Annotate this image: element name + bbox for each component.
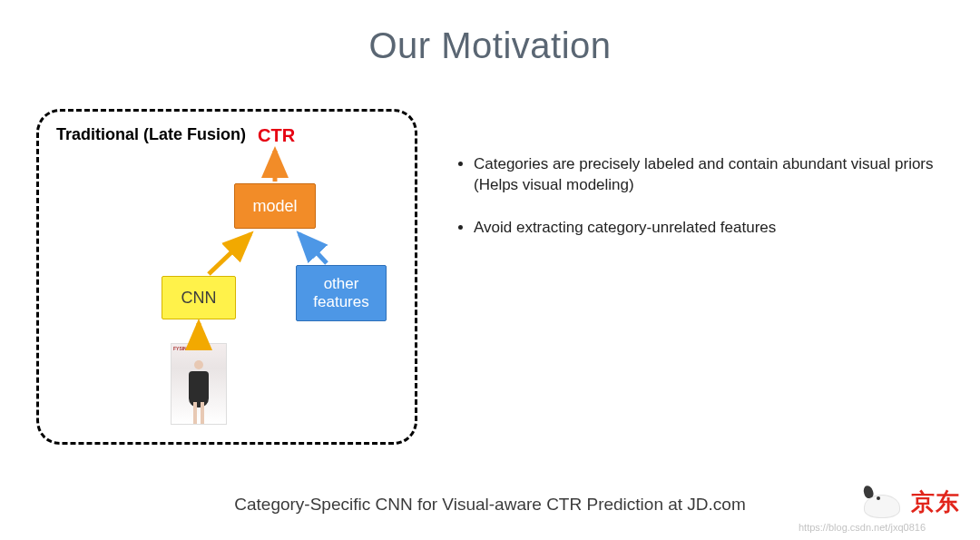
cnn-box-label: CNN [181, 289, 217, 308]
jd-logo-text: 京东 [911, 486, 960, 518]
watermark-text: https://blog.csdn.net/jxq0816 [799, 522, 926, 533]
bullet-list: Categories are precisely labeled and con… [454, 154, 944, 239]
diagram-box-label: Traditional (Late Fusion) [56, 125, 246, 144]
product-brand-label: FYSING [173, 346, 191, 351]
cnn-box: CNN [162, 276, 236, 319]
bullet-item: Categories are precisely labeled and con… [474, 154, 944, 196]
bullet-column: Categories are precisely labeled and con… [426, 100, 944, 467]
footer-caption: Category-Specific CNN for Visual-aware C… [0, 495, 980, 515]
product-image: FYSING [171, 343, 227, 425]
ctr-label: CTR [258, 125, 295, 146]
bullet-item: Avoid extracting category-unrelated feat… [474, 218, 944, 239]
other-features-box: other features [296, 265, 387, 321]
slide: Our Motivation Traditional (Late Fusion)… [0, 0, 980, 540]
product-person-icon [186, 358, 211, 424]
model-box-label: model [252, 197, 297, 216]
other-box-label: other features [313, 275, 368, 312]
model-box: model [234, 183, 316, 229]
slide-title: Our Motivation [0, 0, 980, 66]
jd-dog-icon [862, 484, 906, 520]
body-area: Traditional (Late Fusion) CTR model CNN … [36, 100, 944, 467]
jd-logo: 京东 [862, 484, 960, 520]
diagram-column: Traditional (Late Fusion) CTR model CNN … [36, 100, 426, 467]
